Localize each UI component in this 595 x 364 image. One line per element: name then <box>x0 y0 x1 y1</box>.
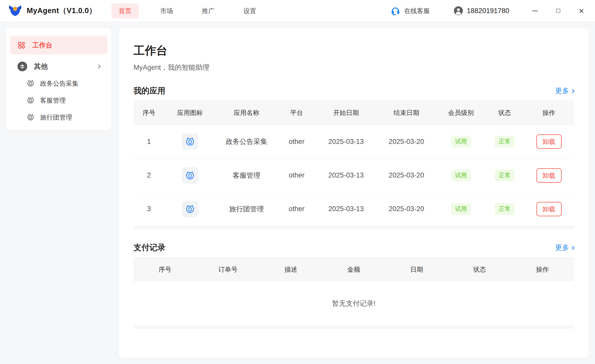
nav-item-市场[interactable]: 市场 <box>153 3 180 18</box>
payments-more-link[interactable]: 更多 <box>555 243 574 252</box>
trial-badge: 试用 <box>451 203 471 215</box>
sidebar-item-workbench[interactable]: 工作台 <box>10 36 107 54</box>
column-header: 开始日期 <box>316 100 376 125</box>
member-level-cell: 试用 <box>437 159 485 192</box>
phone-number: 18820191780 <box>467 7 509 15</box>
status-badge: 正常 <box>495 170 514 181</box>
nav-item-推广[interactable]: 推广 <box>195 3 222 18</box>
status-cell: 正常 <box>485 192 524 226</box>
grid-icon <box>17 41 26 49</box>
main-content: 工作台 MyAgent，我的智能助理 我的应用 更多 序号应用图标应用名称平台开… <box>119 28 589 358</box>
column-header: 日期 <box>385 257 448 282</box>
app-table-row: 3旅行团管理other2025-03-132025-03-20试用正常卸载 <box>134 192 574 226</box>
app-icon-cell <box>164 159 216 192</box>
column-header: 会员级别 <box>437 100 485 125</box>
apps-more-link[interactable]: 更多 <box>555 86 574 95</box>
payments-empty-text: 暂无支付记录! <box>134 282 574 325</box>
page-title: 工作台 <box>134 43 574 58</box>
column-header: 应用图标 <box>164 100 216 125</box>
chevron-right-icon <box>97 64 101 69</box>
app-logo-icon <box>8 3 23 18</box>
nav-item-设置[interactable]: 设置 <box>236 3 263 18</box>
app-name: 旅行团管理 <box>216 192 277 226</box>
member-level-cell: 试用 <box>437 125 485 159</box>
sidebar-subitem-3[interactable]: 旅行团管理 <box>10 109 107 126</box>
payments-empty-row: 暂无支付记录! <box>134 282 574 325</box>
bull-app-icon <box>182 201 198 217</box>
status-badge: 正常 <box>495 136 514 147</box>
column-header: 订单号 <box>196 257 259 282</box>
member-level-cell: 试用 <box>437 192 485 226</box>
app-end-date: 2025-03-20 <box>376 159 437 192</box>
column-header: 金额 <box>322 257 385 282</box>
window-controls <box>531 7 587 15</box>
chevron-right-icon <box>571 246 575 250</box>
sidebar-group-label: 其他 <box>34 62 48 71</box>
status-cell: 正常 <box>485 125 524 159</box>
action-cell: 卸载 <box>524 192 574 226</box>
column-header: 状态 <box>485 100 524 125</box>
sidebar-subitem-label: 客服管理 <box>40 96 66 105</box>
page-subtitle: MyAgent，我的智能助理 <box>134 63 574 72</box>
sidebar-item-label: 工作台 <box>32 41 52 50</box>
sidebar-subitem-label: 旅行团管理 <box>40 113 72 122</box>
online-service-button[interactable]: 在线客服 <box>390 6 430 16</box>
more-label: 更多 <box>555 86 569 95</box>
app-row-index: 3 <box>134 192 164 226</box>
sidebar-subitem-2[interactable]: 客服管理 <box>10 92 107 109</box>
app-start-date: 2025-03-13 <box>316 125 376 159</box>
app-row-index: 1 <box>134 125 164 159</box>
bull-app-icon <box>182 167 198 184</box>
bull-icon <box>27 80 34 87</box>
app-start-date: 2025-03-13 <box>316 192 376 226</box>
nav-item-首页[interactable]: 首页 <box>111 3 139 18</box>
app-row-index: 2 <box>134 159 164 192</box>
app-platform: other <box>277 125 316 159</box>
layers-icon <box>17 62 27 71</box>
column-header: 操作 <box>524 100 574 125</box>
app-name: 客服管理 <box>216 159 277 192</box>
app-icon-cell <box>164 192 216 226</box>
trial-badge: 试用 <box>451 136 471 147</box>
column-header: 描述 <box>259 257 322 282</box>
avatar-icon <box>454 6 463 16</box>
maximize-button[interactable] <box>554 7 562 15</box>
sidebar-subitem-label: 政务公告采集 <box>40 79 79 88</box>
column-header: 序号 <box>134 100 164 125</box>
topbar: MyAgent（V1.0.0） 首页市场推广设置 在线客服 <box>0 0 595 22</box>
headset-icon <box>390 6 401 16</box>
column-header: 操作 <box>511 257 574 282</box>
bull-icon <box>27 96 34 104</box>
payments-table-header-row: 序号订单号描述金额日期状态操作 <box>134 257 574 282</box>
payments-table: 序号订单号描述金额日期状态操作 暂无支付记录! <box>134 257 574 329</box>
status-cell: 正常 <box>485 159 524 192</box>
uninstall-button[interactable]: 卸载 <box>536 168 562 183</box>
apps-table: 序号应用图标应用名称平台开始日期结束日期会员级别状态操作 1政务公告采集othe… <box>134 100 574 229</box>
sidebar-item-others[interactable]: 其他 <box>10 58 107 75</box>
main-nav: 首页市场推广设置 <box>111 3 263 18</box>
sidebar: 工作台 其他 政务公告采集客服管理旅行团管理 <box>6 28 111 130</box>
trial-badge: 试用 <box>451 170 471 181</box>
sidebar-subitem-1[interactable]: 政务公告采集 <box>10 75 107 92</box>
column-header: 状态 <box>448 257 511 282</box>
column-header: 结束日期 <box>376 100 437 125</box>
account[interactable]: 18820191780 <box>454 6 509 16</box>
app-platform: other <box>277 159 316 192</box>
apps-section-title: 我的应用 <box>134 85 165 96</box>
column-header: 平台 <box>277 100 316 125</box>
uninstall-button[interactable]: 卸载 <box>536 202 562 216</box>
bull-app-icon <box>182 133 198 150</box>
minimize-button[interactable] <box>531 7 539 15</box>
uninstall-button[interactable]: 卸载 <box>536 134 562 149</box>
status-badge: 正常 <box>495 203 514 215</box>
app-icon-cell <box>164 125 216 159</box>
app-start-date: 2025-03-13 <box>316 159 376 192</box>
app-table-row: 1政务公告采集other2025-03-132025-03-20试用正常卸载 <box>134 125 574 159</box>
close-button[interactable] <box>578 7 585 15</box>
action-cell: 卸载 <box>524 159 574 192</box>
column-header: 序号 <box>134 257 196 282</box>
app-platform: other <box>277 192 316 226</box>
payments-section-title: 支付记录 <box>134 242 165 253</box>
app-name: 政务公告采集 <box>216 125 277 159</box>
bull-icon <box>27 113 34 121</box>
